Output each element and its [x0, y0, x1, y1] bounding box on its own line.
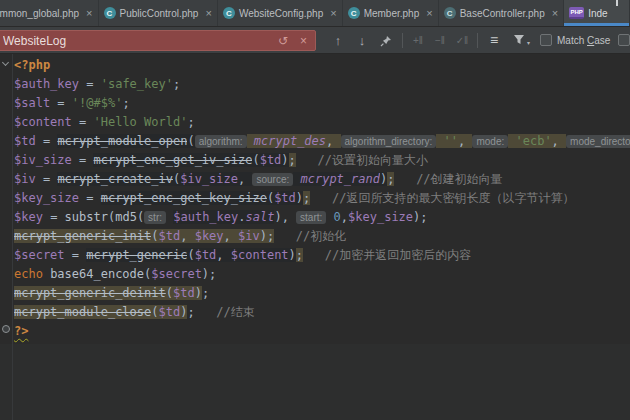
- code-line-7: $iv = mcrypt_create_iv($iv_size, source:…: [14, 170, 630, 189]
- code-line-9: $key = substr(md5(str: $auth_key.salt), …: [14, 208, 630, 227]
- tab-basecontroller-php[interactable]: CBaseController.php×: [439, 0, 565, 26]
- code-line-11: $secret = mcrypt_generic($td, $content);…: [14, 246, 630, 265]
- code-line-14: mcrypt_module_close($td); //结束: [14, 303, 630, 322]
- code-line-3: $salt = '!@#$%';: [14, 94, 630, 113]
- code-line-8: $key_size = mcrypt_enc_get_key_size($td)…: [14, 189, 630, 208]
- remove-occurrence-button[interactable]: −‖: [429, 27, 451, 54]
- search-history-icon[interactable]: ↺: [278, 35, 288, 47]
- pin-icon[interactable]: [374, 27, 398, 54]
- code-line-2: $auth_key = 'safe_key';: [14, 75, 630, 94]
- code-area[interactable]: <?php$auth_key = 'safe_key';$salt = '!@#…: [14, 56, 630, 341]
- code-line-13: mcrypt_generic_deinit($td);: [14, 284, 630, 303]
- pin-icon-glyph: [380, 35, 392, 47]
- tab-label: BaseController.php: [460, 8, 545, 19]
- previous-occurrence-button[interactable]: ↑: [326, 27, 350, 54]
- toolbar-separator: [477, 33, 478, 48]
- code-line-15: ?>: [14, 322, 630, 341]
- match-case-checkbox[interactable]: [540, 34, 552, 46]
- select-all-occurrences-button[interactable]: ✓‖: [451, 27, 473, 54]
- code-line-10: mcrypt_generic_init($td, $key, $iv); //初…: [14, 227, 630, 246]
- tab-label: PublicControl.php: [120, 8, 199, 19]
- toolbar-separator: [402, 33, 403, 48]
- code-line-4: $content = 'Hello World';: [14, 113, 630, 132]
- php-file-icon: PHP: [569, 7, 584, 19]
- tab-publiccontrol-php[interactable]: CPublicControl.php×: [99, 0, 218, 26]
- words-checkbox[interactable]: [618, 34, 630, 46]
- tab-member-php[interactable]: CMember.php×: [343, 0, 439, 26]
- code-line-1: <?php: [14, 56, 630, 75]
- editor[interactable]: <?php$auth_key = 'safe_key';$salt = '!@#…: [0, 54, 630, 420]
- top-right-tick: [616, 0, 618, 6]
- tab-label: common_global.php: [0, 8, 79, 19]
- search-input[interactable]: WebsiteLog ↺ ×: [0, 30, 316, 51]
- code-line-6: $iv_size = mcrypt_enc_get_iv_size($td); …: [14, 151, 630, 170]
- ide-window: common_global.php×CPublicControl.php×CWe…: [0, 0, 630, 420]
- tab-websiteconfig-php[interactable]: CWebsiteConfig.php×: [218, 0, 343, 26]
- search-clear-icon[interactable]: ×: [300, 35, 307, 47]
- editor-empty-area: [0, 344, 630, 420]
- class-icon: C: [104, 7, 116, 19]
- tab-bar: common_global.php×CPublicControl.php×CWe…: [0, 0, 630, 27]
- close-icon[interactable]: ×: [552, 8, 558, 19]
- tab-inde[interactable]: PHPInde: [564, 0, 630, 26]
- class-icon: C: [223, 7, 235, 19]
- next-occurrence-button[interactable]: ↓: [350, 27, 374, 54]
- fold-marker-top-icon[interactable]: [2, 59, 9, 66]
- match-case-label[interactable]: Match Case: [557, 35, 610, 46]
- tab-label: Inde: [588, 8, 607, 19]
- code-line-5: $td = mcrypt_module_open(algorithm: mcry…: [14, 132, 630, 151]
- close-icon[interactable]: ×: [86, 8, 92, 19]
- close-icon[interactable]: ×: [330, 8, 336, 19]
- tab-label: WebsiteConfig.php: [239, 8, 323, 19]
- class-abstract-icon: C: [444, 7, 456, 19]
- gutter-separator: [12, 54, 13, 420]
- fold-marker-bottom-icon[interactable]: [2, 325, 10, 333]
- add-occurrence-button[interactable]: +‖: [407, 27, 429, 54]
- close-icon[interactable]: ×: [205, 8, 211, 19]
- search-toolbar: WebsiteLog ↺ × ↑ ↓ +‖ −‖ ✓‖ ≡ ▾ Match Ca…: [0, 27, 630, 54]
- search-value: WebsiteLog: [3, 34, 266, 48]
- close-icon[interactable]: ×: [426, 8, 432, 19]
- chevron-down-icon: ▾: [527, 39, 530, 46]
- tab-label: Member.php: [364, 8, 420, 19]
- filter-lines-button[interactable]: ≡: [482, 27, 506, 54]
- tab-common-global-php[interactable]: common_global.php×: [0, 0, 99, 26]
- code-line-12: echo base64_encode($secret);: [14, 265, 630, 284]
- class-icon: C: [348, 7, 360, 19]
- filter-button[interactable]: ▾: [506, 31, 532, 49]
- funnel-icon: [513, 34, 525, 45]
